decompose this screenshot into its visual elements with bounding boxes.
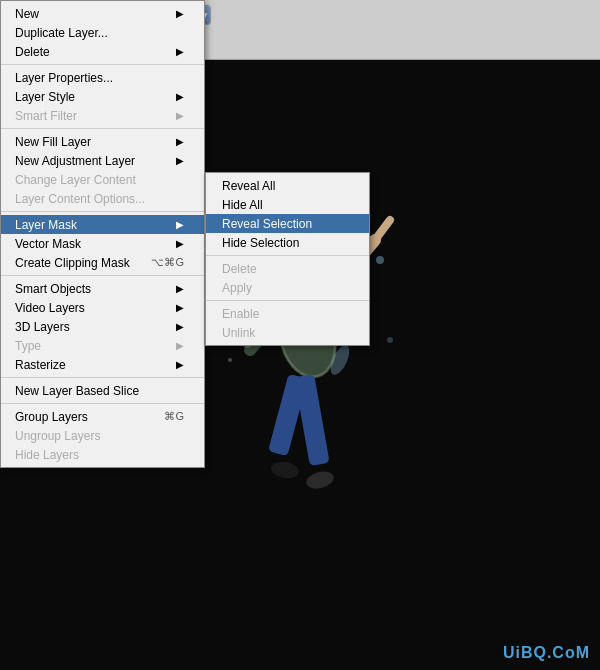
submenu-apply: Apply — [206, 278, 369, 297]
menu-hide-layers: Hide Layers — [1, 445, 204, 464]
menu-duplicate-layer[interactable]: Duplicate Layer... — [1, 23, 204, 42]
separator-5 — [1, 377, 204, 378]
menu-create-clipping-mask[interactable]: Create Clipping Mask ⌥⌘G — [1, 253, 204, 272]
submenu-reveal-all[interactable]: Reveal All — [206, 176, 369, 195]
menu-type: Type ▶ — [1, 336, 204, 355]
submenu-unlink: Unlink — [206, 323, 369, 342]
menu-layer-mask-arrow: ▶ — [176, 219, 184, 230]
menu-new-arrow: ▶ — [176, 8, 184, 19]
menu-type-arrow: ▶ — [176, 340, 184, 351]
menu-group-shortcut: ⌘G — [164, 410, 184, 423]
menu-video-layers-arrow: ▶ — [176, 302, 184, 313]
menu-adjustment-arrow: ▶ — [176, 155, 184, 166]
menu-delete-arrow: ▶ — [176, 46, 184, 57]
submenu-reveal-selection[interactable]: Reveal Selection — [206, 214, 369, 233]
submenu-hide-all[interactable]: Hide All — [206, 195, 369, 214]
menu-ungroup-layers: Ungroup Layers — [1, 426, 204, 445]
menu-smart-objects[interactable]: Smart Objects ▶ — [1, 279, 204, 298]
menu-3d-layers[interactable]: 3D Layers ▶ — [1, 317, 204, 336]
context-menu: New ▶ Duplicate Layer... Delete ▶ Layer … — [0, 0, 205, 468]
separator-4 — [1, 275, 204, 276]
submenu-enable: Enable — [206, 304, 369, 323]
menu-smart-objects-arrow: ▶ — [176, 283, 184, 294]
menu-video-layers[interactable]: Video Layers ▶ — [1, 298, 204, 317]
submenu-layer-mask: Reveal All Hide All Reveal Selection Hid… — [205, 172, 370, 346]
menu-new-adjustment-layer[interactable]: New Adjustment Layer ▶ — [1, 151, 204, 170]
separator-2 — [1, 128, 204, 129]
menu-layer-mask[interactable]: Layer Mask ▶ — [1, 215, 204, 234]
menu-rasterize-arrow: ▶ — [176, 359, 184, 370]
menu-group-layers[interactable]: Group Layers ⌘G — [1, 407, 204, 426]
menu-change-layer-content: Change Layer Content — [1, 170, 204, 189]
menu-vector-mask-arrow: ▶ — [176, 238, 184, 249]
svg-point-20 — [228, 358, 232, 362]
menu-layer-content-options: Layer Content Options... — [1, 189, 204, 208]
menu-clipping-shortcut: ⌥⌘G — [151, 256, 184, 269]
menu-new[interactable]: New ▶ — [1, 4, 204, 23]
menu-3d-layers-arrow: ▶ — [176, 321, 184, 332]
sub-separator-2 — [206, 300, 369, 301]
svg-point-21 — [387, 337, 393, 343]
menu-new-fill-layer[interactable]: New Fill Layer ▶ — [1, 132, 204, 151]
submenu-delete: Delete — [206, 259, 369, 278]
menu-layer-properties[interactable]: Layer Properties... — [1, 68, 204, 87]
menu-vector-mask[interactable]: Vector Mask ▶ — [1, 234, 204, 253]
submenu-hide-selection[interactable]: Hide Selection — [206, 233, 369, 252]
menu-smart-filter-arrow: ▶ — [176, 110, 184, 121]
svg-point-17 — [376, 256, 384, 264]
menu-delete[interactable]: Delete ▶ — [1, 42, 204, 61]
sub-separator-1 — [206, 255, 369, 256]
menu-rasterize[interactable]: Rasterize ▶ — [1, 355, 204, 374]
menu-fill-arrow: ▶ — [176, 136, 184, 147]
bottom-watermark: UiBQ.CoM — [503, 644, 590, 662]
menu-layer-style[interactable]: Layer Style ▶ — [1, 87, 204, 106]
separator-1 — [1, 64, 204, 65]
separator-6 — [1, 403, 204, 404]
menu-smart-filter: Smart Filter ▶ — [1, 106, 204, 125]
menu-new-layer-based-slice[interactable]: New Layer Based Slice — [1, 381, 204, 400]
menu-layer-style-arrow: ▶ — [176, 91, 184, 102]
separator-3 — [1, 211, 204, 212]
